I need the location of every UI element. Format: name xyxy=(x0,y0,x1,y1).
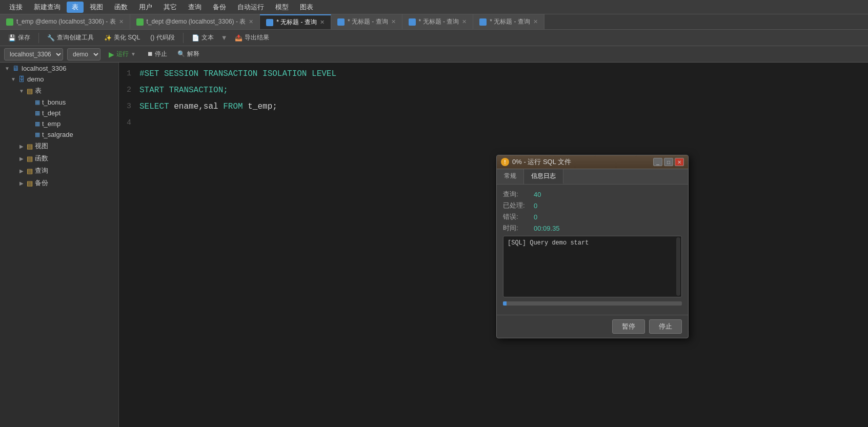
code-content-2: START TRANSACTION; xyxy=(139,84,228,97)
code-line-4: 4 xyxy=(119,117,868,133)
tab-label-query-3: * 无标题 - 查询 xyxy=(419,17,459,26)
query-tool-button[interactable]: 🔧 查询创建工具 xyxy=(43,32,98,44)
log-scrollbar[interactable] xyxy=(676,237,680,296)
dialog-minimize-button[interactable]: _ xyxy=(653,158,662,166)
tab-close-t-emp[interactable]: ✕ xyxy=(119,18,124,25)
error-value: 0 xyxy=(534,213,537,221)
code-select-keyword: SELECT xyxy=(139,102,174,111)
menu-model[interactable]: 模型 xyxy=(270,2,294,13)
tab-query-2[interactable]: * 无标题 - 查询 ✕ xyxy=(331,14,402,30)
connection-select[interactable]: localhost_3306 xyxy=(4,48,63,60)
dialog-close-button[interactable]: ✕ xyxy=(675,158,684,166)
dialog-stop-button[interactable]: 停止 xyxy=(649,319,682,334)
query-tool-icon: 🔧 xyxy=(47,34,55,42)
query-label: 查询: xyxy=(503,190,534,199)
db-icon: 🗄 xyxy=(18,75,25,83)
table-icon-t-emp: ▦ xyxy=(35,120,40,127)
sidebar-label-t-emp: t_emp xyxy=(42,120,60,128)
tab-label-query-4: * 无标题 - 查询 xyxy=(490,17,530,26)
text-label: 文本 xyxy=(201,33,214,42)
main-layout: ▼ 🖥 localhost_3306 ▼ 🗄 demo ▼ ▤ 表 ▦ t_bo… xyxy=(0,63,868,427)
sidebar: ▼ 🖥 localhost_3306 ▼ 🗄 demo ▼ ▤ 表 ▦ t_bo… xyxy=(0,63,119,427)
dialog-title-bar: ! 0% - 运行 SQL 文件 _ □ ✕ xyxy=(497,155,688,169)
sidebar-label-queries: 查询 xyxy=(35,166,48,175)
sidebar-item-functions[interactable]: ▶ ▤ 函数 xyxy=(0,152,118,165)
beautify-label: 美化 SQL xyxy=(114,33,140,42)
progress-bar-wrap xyxy=(503,301,682,306)
menu-other[interactable]: 其它 xyxy=(158,2,182,13)
tab-t-dept[interactable]: t_dept @demo (localhost_3306) - 表 ✕ xyxy=(130,14,260,30)
dialog-tab-info-log[interactable]: 信息日志 xyxy=(524,169,563,184)
tab-t-emp[interactable]: t_emp @demo (localhost_3306) - 表 ✕ xyxy=(0,14,130,30)
code-segment-label: () 代码段 xyxy=(150,33,174,42)
tab-query-1[interactable]: * 无标题 - 查询 ✕ xyxy=(260,14,331,30)
dialog-tab-normal[interactable]: 常规 xyxy=(497,169,524,184)
menu-autorun[interactable]: 自动运行 xyxy=(232,2,269,13)
run-button[interactable]: ▶ 运行 ▼ xyxy=(105,49,140,59)
tab-close-query-4[interactable]: ✕ xyxy=(533,18,538,25)
text-button[interactable]: 📄 文本 xyxy=(188,32,218,44)
sidebar-item-queries[interactable]: ▶ ▤ 查询 xyxy=(0,165,118,177)
expand-icon-localhost: ▼ xyxy=(4,66,10,71)
folder-icon-functions: ▤ xyxy=(27,155,33,162)
code-editor[interactable]: 1 #SET SESSION TRANSACTION ISOLATION LEV… xyxy=(119,63,868,427)
server-icon: 🖥 xyxy=(12,64,19,72)
code-segment-button[interactable]: () 代码段 xyxy=(146,32,178,44)
sidebar-item-views[interactable]: ▶ ▤ 视图 xyxy=(0,140,118,152)
sidebar-label-t-dept: t_dept xyxy=(42,109,60,117)
explain-button[interactable]: 🔍 解释 xyxy=(174,49,202,59)
dialog-pause-button[interactable]: 暂停 xyxy=(612,319,645,334)
menu-user[interactable]: 用户 xyxy=(134,2,157,13)
processed-value: 0 xyxy=(534,202,537,210)
dialog-maximize-button[interactable]: □ xyxy=(664,158,673,166)
sidebar-item-backups[interactable]: ▶ ▤ 备份 xyxy=(0,177,118,189)
menu-new-query[interactable]: 新建查询 xyxy=(29,2,66,13)
tab-close-query-2[interactable]: ✕ xyxy=(391,18,396,25)
sidebar-item-t-salgrade[interactable]: ▦ t_salgrade xyxy=(0,129,118,140)
database-select[interactable]: demo xyxy=(67,48,100,60)
sidebar-item-demo[interactable]: ▼ 🗄 demo xyxy=(0,74,118,85)
dialog-title-icon: ! xyxy=(501,158,509,166)
run-dropdown-arrow: ▼ xyxy=(131,51,136,57)
dialog-window-buttons: _ □ ✕ xyxy=(653,158,684,166)
sidebar-item-t-dept[interactable]: ▦ t_dept xyxy=(0,108,118,118)
sidebar-item-localhost[interactable]: ▼ 🖥 localhost_3306 xyxy=(0,63,118,74)
menu-connect[interactable]: 连接 xyxy=(4,2,28,13)
log-box: [SQL] Query demo start xyxy=(503,236,682,297)
tab-close-query-3[interactable]: ✕ xyxy=(462,18,467,25)
tab-icon-query-1 xyxy=(266,19,273,26)
sidebar-label-localhost: localhost_3306 xyxy=(22,65,66,72)
menu-view[interactable]: 视图 xyxy=(85,2,108,13)
stop-button[interactable]: ⏹ 停止 xyxy=(144,49,170,59)
info-row-time: 时间: 00:09.35 xyxy=(503,223,682,233)
time-label: 时间: xyxy=(503,223,534,233)
stop-label: 停止 xyxy=(155,50,167,57)
expand-icon-queries: ▶ xyxy=(18,168,25,174)
line-num-3: 3 xyxy=(119,100,139,113)
menu-backup[interactable]: 备份 xyxy=(208,2,231,13)
menu-function[interactable]: 函数 xyxy=(109,2,133,13)
menu-table[interactable]: 表 xyxy=(67,2,84,13)
sidebar-item-t-bonus[interactable]: ▦ t_bonus xyxy=(0,97,118,108)
beautify-button[interactable]: ✨ 美化 SQL xyxy=(100,32,144,44)
save-button[interactable]: 💾 保存 xyxy=(4,32,34,44)
sidebar-label-demo: demo xyxy=(27,75,44,83)
tab-close-t-dept[interactable]: ✕ xyxy=(249,18,253,25)
run-sql-dialog: ! 0% - 运行 SQL 文件 _ □ ✕ 常规 信息日志 查询: 40 已处… xyxy=(496,155,689,338)
menu-query[interactable]: 查询 xyxy=(183,2,207,13)
export-button[interactable]: 📤 导出结果 xyxy=(231,32,273,44)
sidebar-item-t-emp[interactable]: ▦ t_emp xyxy=(0,118,118,129)
tab-query-3[interactable]: * 无标题 - 查询 ✕ xyxy=(402,14,474,30)
tab-close-query-1[interactable]: ✕ xyxy=(320,19,325,26)
folder-icon-views: ▤ xyxy=(27,143,33,150)
toolbar: 💾 保存 🔧 查询创建工具 ✨ 美化 SQL () 代码段 📄 文本 ▼ 📤 导… xyxy=(0,30,868,46)
tab-query-4[interactable]: * 无标题 - 查询 ✕ xyxy=(473,14,544,30)
line-num-1: 1 xyxy=(119,68,139,80)
info-row-processed: 已处理: 0 xyxy=(503,201,682,210)
table-icon-t-bonus: ▦ xyxy=(35,99,40,106)
code-line-1: 1 #SET SESSION TRANSACTION ISOLATION LEV… xyxy=(119,68,868,84)
expand-icon-functions: ▶ xyxy=(18,156,25,161)
sidebar-label-tables: 表 xyxy=(35,86,42,95)
sidebar-item-tables[interactable]: ▼ ▤ 表 xyxy=(0,85,118,97)
menu-chart[interactable]: 图表 xyxy=(295,2,318,13)
